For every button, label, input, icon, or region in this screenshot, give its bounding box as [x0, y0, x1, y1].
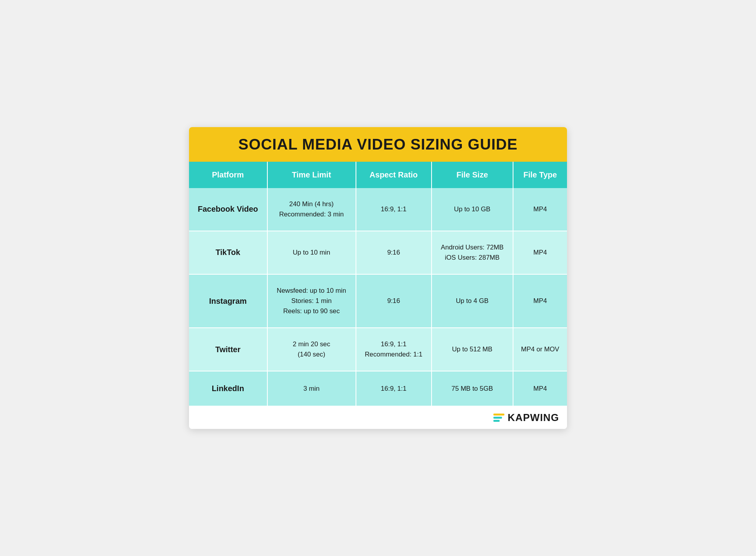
guide-footer: KAPWING: [189, 406, 567, 429]
guide-container: SOCIAL MEDIA VIDEO SIZING GUIDE Platform…: [189, 127, 567, 429]
col-time-limit: Time Limit: [267, 162, 356, 188]
cell-platform: Facebook Video: [189, 188, 267, 231]
cell-platform: TikTok: [189, 231, 267, 274]
cell-aspect_ratio: 16:9, 1:1: [356, 188, 432, 231]
cell-file_size: Up to 4 GB: [432, 274, 513, 328]
col-file-type: File Type: [513, 162, 567, 188]
cell-file_size: Up to 10 GB: [432, 188, 513, 231]
guide-title: SOCIAL MEDIA VIDEO SIZING GUIDE: [197, 136, 559, 153]
cell-time_limit: Newsfeed: up to 10 minStories: 1 minReel…: [267, 274, 356, 328]
cell-file_type: MP4: [513, 371, 567, 406]
cell-file_size: Up to 512 MB: [432, 328, 513, 371]
col-file-size: File Size: [432, 162, 513, 188]
cell-time_limit: 3 min: [267, 371, 356, 406]
cell-file_type: MP4: [513, 231, 567, 274]
cell-file_type: MP4: [513, 188, 567, 231]
table-body: Facebook Video240 Min (4 hrs)Recommended…: [189, 188, 567, 406]
cell-platform: Twitter: [189, 328, 267, 371]
platform-name: Facebook Video: [198, 205, 258, 213]
cell-platform: Instagram: [189, 274, 267, 328]
table-row: InstagramNewsfeed: up to 10 minStories: …: [189, 274, 567, 328]
cell-time_limit: 240 Min (4 hrs)Recommended: 3 min: [267, 188, 356, 231]
col-platform: Platform: [189, 162, 267, 188]
kapwing-brand-name: KAPWING: [508, 412, 559, 423]
kapwing-logo: KAPWING: [493, 412, 559, 423]
cell-file_size: Android Users: 72MBiOS Users: 287MB: [432, 231, 513, 274]
table-row: LinkedIn3 min16:9, 1:175 MB to 5GBMP4: [189, 371, 567, 406]
header-row: Platform Time Limit Aspect Ratio File Si…: [189, 162, 567, 188]
kapwing-line-3: [493, 420, 500, 422]
cell-file_type: MP4: [513, 274, 567, 328]
guide-table: Platform Time Limit Aspect Ratio File Si…: [189, 162, 567, 406]
platform-name: LinkedIn: [212, 384, 244, 393]
platform-name: Twitter: [215, 345, 241, 354]
cell-file_type: MP4 or MOV: [513, 328, 567, 371]
cell-platform: LinkedIn: [189, 371, 267, 406]
col-aspect-ratio: Aspect Ratio: [356, 162, 432, 188]
cell-aspect_ratio: 9:16: [356, 274, 432, 328]
platform-name: TikTok: [215, 248, 240, 257]
table-row: Twitter2 min 20 sec(140 sec)16:9, 1:1Rec…: [189, 328, 567, 371]
kapwing-line-1: [493, 414, 504, 416]
cell-time_limit: Up to 10 min: [267, 231, 356, 274]
cell-file_size: 75 MB to 5GB: [432, 371, 513, 406]
table-row: Facebook Video240 Min (4 hrs)Recommended…: [189, 188, 567, 231]
cell-aspect_ratio: 16:9, 1:1: [356, 371, 432, 406]
cell-aspect_ratio: 9:16: [356, 231, 432, 274]
kapwing-lines-icon: [493, 414, 504, 422]
table-header: Platform Time Limit Aspect Ratio File Si…: [189, 162, 567, 188]
cell-time_limit: 2 min 20 sec(140 sec): [267, 328, 356, 371]
kapwing-line-2: [493, 417, 502, 419]
guide-header: SOCIAL MEDIA VIDEO SIZING GUIDE: [189, 127, 567, 162]
platform-name: Instagram: [209, 297, 247, 305]
table-row: TikTokUp to 10 min9:16Android Users: 72M…: [189, 231, 567, 274]
cell-aspect_ratio: 16:9, 1:1Recommended: 1:1: [356, 328, 432, 371]
